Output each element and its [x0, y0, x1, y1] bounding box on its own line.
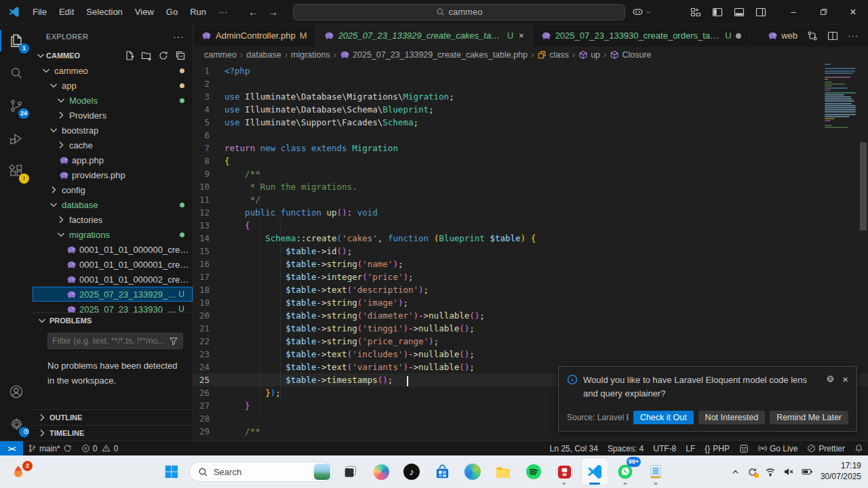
timeline-section-header[interactable]: TIMELINE — [33, 425, 193, 441]
code-line[interactable]: 4use Illuminate\Database\Schema\Blueprin… — [193, 103, 868, 116]
tree-item[interactable]: providers.php — [33, 167, 193, 182]
code-line[interactable]: 2 — [193, 77, 868, 90]
tree-item[interactable]: config — [33, 182, 193, 197]
toggle-primary-sidebar-button[interactable] — [712, 7, 723, 18]
cursor-position-status[interactable]: Ln 25, Col 34 — [545, 441, 602, 456]
outline-section-header[interactable]: OUTLINE — [33, 409, 193, 425]
taskbar-clock[interactable]: 17:19 30/07/2025 — [821, 461, 861, 482]
whatsapp-app-icon[interactable]: 99+ — [612, 458, 638, 485]
code-line[interactable]: 3use Illuminate\Database\Migrations\Migr… — [193, 90, 868, 103]
tree-item[interactable]: cammeo — [33, 63, 193, 78]
minimap[interactable] — [825, 64, 859, 152]
update-sync-tray-icon[interactable] — [747, 467, 757, 477]
code-line[interactable]: 22 $table->string('price_range'); — [193, 335, 868, 348]
code-line[interactable]: 19 $table->string('image'); — [193, 296, 868, 309]
new-file-button[interactable] — [124, 50, 135, 61]
start-button[interactable] — [159, 458, 184, 485]
editor-tab[interactable]: 2025_07_23_133929_create_cakes_table.php… — [316, 24, 533, 47]
restore-button[interactable] — [808, 0, 838, 24]
copilot-app-icon[interactable] — [368, 458, 394, 485]
activity-search-button[interactable] — [0, 57, 33, 89]
eol-status[interactable]: LF — [681, 441, 700, 456]
code-line[interactable]: 1<?php — [193, 64, 868, 77]
activity-run-debug-button[interactable] — [0, 122, 33, 155]
tree-item[interactable]: app.php — [33, 152, 193, 167]
toggle-panel-button[interactable] — [734, 7, 745, 18]
breadcrumb-item[interactable]: up — [578, 50, 600, 60]
refresh-explorer-button[interactable] — [158, 50, 169, 61]
tree-item[interactable]: database — [33, 197, 193, 212]
breadcrumb-item[interactable]: migrations — [291, 50, 330, 60]
laravel-web-routes-button[interactable]: web — [768, 30, 797, 41]
toggle-secondary-sidebar-button[interactable] — [755, 7, 766, 18]
menu-[interactable]: ··· — [212, 3, 233, 21]
editor-tab[interactable]: AdminController.phpM — [193, 24, 316, 47]
command-center-search[interactable]: cammeo — [293, 4, 625, 20]
tray-chevron-up-icon[interactable] — [731, 468, 740, 476]
editor-tab[interactable]: 2025_07_23_133930_create_orders_table.ph… — [533, 24, 750, 47]
wifi-icon[interactable] — [765, 466, 776, 477]
remote-indicator[interactable]: >< — [0, 441, 23, 456]
indentation-status[interactable]: Spaces: 4 — [603, 441, 648, 456]
copilot-menu-button[interactable] — [632, 6, 652, 18]
notification-settings-gear-icon[interactable] — [825, 374, 835, 384]
taskbar-search[interactable]: Search — [189, 462, 333, 482]
battery-icon[interactable] — [802, 466, 813, 477]
notification-close-icon[interactable]: × — [842, 374, 848, 384]
activity-extensions-button[interactable]: ! — [0, 155, 33, 187]
settings-button[interactable] — [0, 408, 33, 441]
breadcrumb-item[interactable]: cammeo — [204, 50, 237, 60]
tree-item[interactable]: cache — [33, 138, 193, 152]
encoding-status[interactable]: UTF-8 — [648, 441, 681, 456]
tree-item[interactable]: factories — [33, 212, 193, 227]
edge-browser-icon[interactable] — [460, 458, 486, 485]
notepad-app-icon[interactable] — [643, 458, 669, 485]
prettier-status[interactable]: Prettier — [802, 441, 850, 456]
workspace-section-header[interactable]: CAMMEO — [33, 48, 193, 63]
language-mode-status[interactable]: {} PHP — [700, 441, 734, 456]
code-line[interactable]: 7return new class extends Migration — [193, 142, 868, 155]
tree-item[interactable]: bootstrap — [33, 123, 193, 138]
close-window-button[interactable]: × — [838, 0, 868, 24]
code-line[interactable]: 12 public function up(): void — [193, 206, 868, 219]
code-line[interactable]: 14 Schema::create('cakes', function (Blu… — [193, 232, 868, 245]
code-line[interactable]: 10 * Run the migrations. — [193, 180, 868, 193]
task-view-button[interactable] — [338, 458, 363, 485]
customize-layout-button[interactable] — [690, 7, 701, 18]
menu-file[interactable]: File — [26, 3, 53, 21]
breadcrumb-item[interactable]: database — [246, 50, 281, 60]
history-forward-button[interactable]: → — [268, 6, 278, 18]
menu-run[interactable]: Run — [184, 3, 212, 21]
breadcrumb-item[interactable]: class — [537, 50, 568, 60]
widgets-button[interactable]: 2 — [11, 464, 27, 480]
tree-item[interactable]: 2025_07_23_133929_cre...U — [33, 287, 193, 302]
compare-changes-icon[interactable] — [807, 30, 818, 41]
tree-item[interactable]: Providers — [33, 108, 193, 123]
check-it-out-button[interactable]: Check it Out — [633, 411, 694, 424]
code-line[interactable]: 23 $table->text('includes')->nullable(); — [193, 348, 868, 361]
go-live-status[interactable]: Go Live — [753, 441, 802, 456]
tiktok-app-icon[interactable]: ♪ — [399, 458, 425, 485]
tree-item[interactable]: 0001_01_01_000000_create_u... — [33, 242, 193, 257]
menu-go[interactable]: Go — [160, 3, 184, 21]
code-line[interactable]: 21 $table->string('tinggi')->nullable(); — [193, 322, 868, 335]
code-line[interactable]: 11 */ — [193, 193, 868, 206]
media-red-app-icon[interactable] — [551, 458, 577, 485]
more-actions-icon[interactable]: ··· — [848, 30, 859, 41]
explorer-more-actions-button[interactable]: ··· — [173, 31, 184, 42]
activity-explorer-button[interactable]: 1 — [0, 24, 33, 57]
branch-status[interactable]: main* — [23, 441, 77, 456]
problems-filter-input[interactable] — [52, 336, 169, 346]
code-line[interactable]: 6 — [193, 129, 868, 142]
code-line[interactable]: 20 $table->string('diameter')->nullable(… — [193, 309, 868, 322]
code-line[interactable]: 18 $table->text('description'); — [193, 283, 868, 296]
tree-item[interactable]: 2025_07_23_133930_cre...U — [33, 302, 193, 312]
menu-edit[interactable]: Edit — [53, 3, 80, 21]
not-interested-button[interactable]: Not Interested — [698, 411, 766, 424]
problems-section-header[interactable]: PROBLEMS — [33, 312, 193, 328]
code-line[interactable]: 15 $table->id(); — [193, 245, 868, 258]
spotify-app-icon[interactable] — [521, 458, 547, 485]
menu-selection[interactable]: Selection — [80, 3, 128, 21]
activity-source-control-button[interactable]: 24 — [0, 89, 33, 122]
code-line[interactable]: 9 /** — [193, 167, 868, 180]
